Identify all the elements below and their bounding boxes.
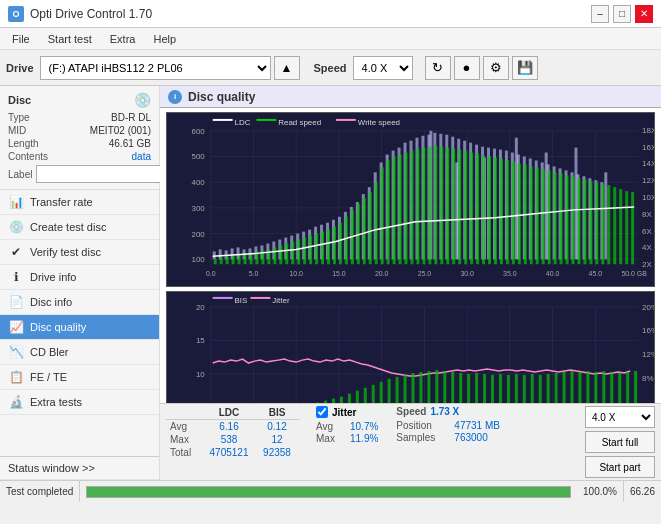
svg-rect-273 — [539, 375, 542, 403]
status-window-label: Status window >> — [8, 462, 95, 474]
svg-rect-161 — [446, 148, 449, 265]
svg-rect-163 — [458, 150, 461, 265]
svg-rect-230 — [250, 297, 270, 299]
svg-rect-141 — [327, 230, 330, 265]
disc-label-input[interactable] — [36, 165, 169, 183]
sidebar-item-disc-info[interactable]: 📄 Disc info — [0, 290, 159, 315]
disc-quality-icon: 📈 — [8, 320, 24, 334]
svg-rect-248 — [340, 397, 343, 403]
sidebar-item-transfer-rate[interactable]: 📊 Transfer rate — [0, 190, 159, 215]
menu-extra[interactable]: Extra — [102, 31, 144, 47]
sidebar-item-label-transfer-rate: Transfer rate — [30, 196, 93, 208]
svg-text:12X: 12X — [642, 176, 654, 185]
svg-rect-257 — [411, 373, 414, 403]
svg-rect-172 — [512, 161, 515, 264]
svg-text:4%: 4% — [642, 402, 653, 403]
jitter-avg-row: Avg 10.7% — [316, 421, 378, 432]
svg-rect-153 — [399, 155, 402, 265]
sidebar-item-disc-quality[interactable]: 📈 Disc quality — [0, 315, 159, 340]
svg-rect-185 — [589, 181, 592, 264]
sidebar-item-verify-test-disc[interactable]: ✔ Verify test disc — [0, 240, 159, 265]
status-label-section: Test completed — [0, 481, 80, 502]
svg-rect-168 — [488, 156, 491, 264]
svg-rect-165 — [470, 153, 473, 265]
app-title: Opti Drive Control 1.70 — [30, 7, 152, 21]
svg-rect-49 — [213, 251, 216, 259]
menu-file[interactable]: File — [4, 31, 38, 47]
sidebar-item-extra-tests[interactable]: 🔬 Extra tests — [0, 390, 159, 415]
svg-rect-254 — [388, 379, 391, 403]
svg-rect-127 — [244, 253, 247, 264]
charts-container: 600 500 400 300 200 100 18X 16X 14X 12X … — [160, 108, 661, 403]
eject-button[interactable]: ▲ — [274, 56, 300, 80]
svg-rect-259 — [427, 371, 430, 403]
disc-quality-header: i Disc quality — [160, 86, 661, 108]
save-button[interactable]: 💾 — [512, 56, 538, 80]
stats-col-header-blank — [166, 406, 204, 420]
svg-text:100: 100 — [192, 255, 206, 264]
disc-quality-icon-badge: i — [168, 90, 182, 104]
svg-rect-274 — [547, 374, 550, 403]
svg-rect-139 — [315, 234, 318, 265]
start-full-button[interactable]: Start full — [585, 431, 655, 453]
svg-rect-154 — [405, 153, 408, 265]
sidebar: Disc 💿 Type BD-R DL MID MEIT02 (001) Len… — [0, 86, 160, 480]
svg-rect-177 — [542, 169, 545, 264]
sidebar-item-fe-te[interactable]: 📋 FE / TE — [0, 365, 159, 390]
svg-text:40.0: 40.0 — [546, 270, 560, 277]
sidebar-item-cd-bler[interactable]: 📉 CD Bler — [0, 340, 159, 365]
jitter-checkbox[interactable] — [316, 406, 328, 418]
svg-rect-180 — [560, 173, 563, 264]
verify-test-disc-icon: ✔ — [8, 245, 24, 259]
svg-rect-140 — [321, 232, 324, 265]
svg-rect-272 — [531, 374, 534, 403]
svg-rect-192 — [631, 192, 634, 264]
test-speed-select[interactable]: 4.0 X — [585, 406, 655, 428]
speed-label: Speed — [314, 62, 347, 74]
svg-text:20: 20 — [196, 303, 205, 312]
svg-rect-132 — [273, 247, 276, 264]
svg-rect-266 — [483, 374, 486, 403]
burn-button[interactable]: ● — [454, 56, 480, 80]
svg-rect-271 — [523, 375, 526, 403]
disc-length-value: 46.61 GB — [109, 138, 151, 149]
svg-rect-170 — [500, 158, 503, 264]
start-part-button[interactable]: Start part — [585, 456, 655, 478]
drive-select[interactable]: (F:) ATAPI iHBS112 2 PL06 — [40, 56, 271, 80]
svg-text:10.0: 10.0 — [289, 270, 303, 277]
svg-rect-137 — [303, 238, 306, 265]
menu-bar: File Start test Extra Help — [0, 28, 661, 50]
menu-start-test[interactable]: Start test — [40, 31, 100, 47]
sidebar-item-create-test-disc[interactable]: 💿 Create test disc — [0, 215, 159, 240]
svg-rect-147 — [363, 198, 366, 264]
status-window-button[interactable]: Status window >> — [0, 456, 159, 480]
svg-text:Read speed: Read speed — [278, 118, 321, 127]
svg-rect-156 — [416, 149, 419, 265]
close-button[interactable]: ✕ — [635, 5, 653, 23]
jitter-avg-value: 10.7% — [350, 421, 378, 432]
settings-button[interactable]: ⚙ — [483, 56, 509, 80]
sidebar-item-label-create-test-disc: Create test disc — [30, 221, 106, 233]
svg-rect-142 — [333, 227, 336, 265]
svg-rect-151 — [387, 160, 390, 264]
sidebar-item-label-disc-quality: Disc quality — [30, 321, 86, 333]
status-numeric-value: 66.26 — [630, 486, 655, 497]
speed-select[interactable]: 4.0 X — [353, 56, 413, 80]
svg-text:15.0: 15.0 — [332, 270, 346, 277]
svg-rect-178 — [548, 170, 551, 264]
chart-ldc: 600 500 400 300 200 100 18X 16X 14X 12X … — [166, 112, 655, 287]
menu-help[interactable]: Help — [145, 31, 184, 47]
stats-avg-ldc: 6.16 — [204, 420, 254, 433]
sidebar-item-drive-info[interactable]: ℹ Drive info — [0, 265, 159, 290]
disc-section: Disc 💿 Type BD-R DL MID MEIT02 (001) Len… — [0, 86, 159, 190]
svg-rect-190 — [619, 189, 622, 264]
refresh-button[interactable]: ↻ — [425, 56, 451, 80]
position-label: Position — [396, 420, 450, 431]
svg-rect-152 — [393, 156, 396, 264]
svg-rect-135 — [291, 242, 294, 265]
svg-text:16%: 16% — [642, 326, 654, 335]
maximize-button[interactable]: □ — [613, 5, 631, 23]
svg-rect-277 — [571, 371, 574, 403]
minimize-button[interactable]: – — [591, 5, 609, 23]
sidebar-item-label-verify-test-disc: Verify test disc — [30, 246, 101, 258]
